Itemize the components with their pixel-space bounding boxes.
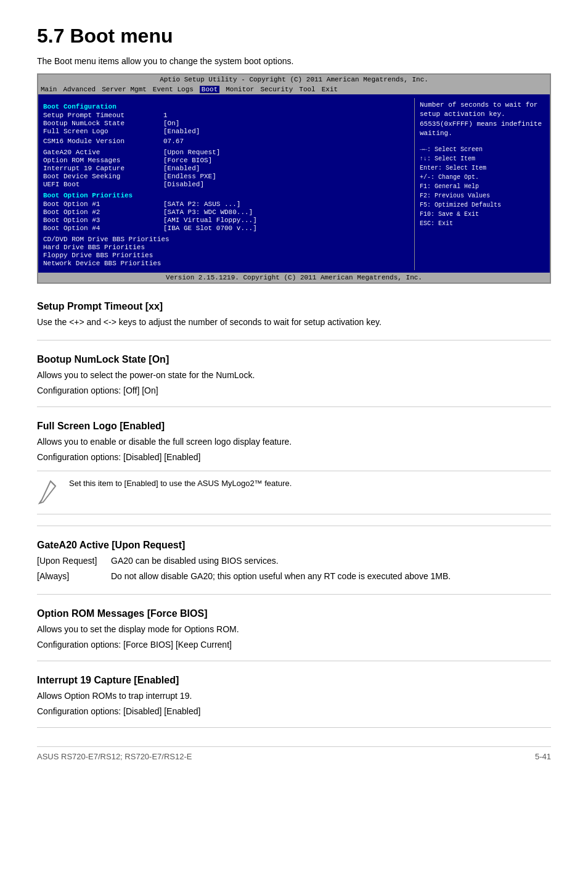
bios-label-rom-msg: Option ROM Messages	[43, 157, 163, 164]
bios-value-boot-opt4: [IBA GE Slot 0700 v...]	[163, 225, 257, 232]
bios-value-boot-opt1: [SATA P2: ASUS ...]	[163, 200, 240, 208]
heading-full-screen-logo: Full Screen Logo [Enabled]	[37, 421, 551, 432]
divider-1	[37, 340, 551, 340]
bios-label-interrupt19: Interrupt 19 Capture	[43, 165, 163, 172]
bios-menu-security[interactable]: Security	[260, 86, 293, 93]
bios-label-prompt-timeout: Setup Prompt Timeout	[43, 112, 163, 119]
bios-value-csm16: 07.67	[163, 138, 184, 145]
bios-value-gatea20: [Upon Request]	[163, 149, 220, 156]
bios-value-prompt-timeout: 1	[163, 112, 168, 119]
body-full-screen-logo: Allows you to enable or disable the full…	[37, 435, 551, 448]
body-option-rom: Allows you to set the display mode for O…	[37, 623, 551, 636]
options-bootup-numlock: Configuration options: [Off] [On]	[37, 386, 551, 395]
def-row-upon-request: [Upon Request] GA20 can be disabled usin…	[37, 555, 551, 567]
bios-value-numlock: [On]	[163, 120, 179, 127]
body-bootup-numlock: Allows you to select the power-on state …	[37, 369, 551, 382]
options-option-rom: Configuration options: [Force BIOS] [Kee…	[37, 640, 551, 650]
body-interrupt19: Allows Option ROMs to trap interrupt 19.	[37, 690, 551, 703]
bios-menu-bar: Main Advanced Server Mgmt Event Logs Boo…	[38, 85, 550, 94]
bios-row-numlock: Bootup NumLock State [On]	[43, 120, 409, 127]
note-pencil-icon	[37, 479, 60, 508]
heading-bootup-numlock: Bootup NumLock State [On]	[37, 354, 551, 365]
divider-2	[37, 406, 551, 407]
def-desc-always: Do not allow disable GA20; this option u…	[111, 570, 451, 583]
bios-key-esc: ESC: Exit	[420, 219, 545, 228]
bios-key-change-opt: +/-: Change Opt.	[420, 173, 545, 182]
divider-4	[37, 594, 551, 595]
bios-label-boot-opt4: Boot Option #4	[43, 225, 163, 232]
bios-bbs-floppy: Floppy Drive BBS Priorities	[43, 252, 409, 259]
bios-label-boot-device: Boot Device Seeking	[43, 173, 163, 180]
bios-help-text: Number of seconds to wait for setup acti…	[420, 101, 545, 139]
bios-bbs-network: Network Device BBS Priorities	[43, 260, 409, 267]
bios-rows2: GateA20 Active [Upon Request] Option ROM…	[43, 149, 409, 188]
def-row-always: [Always] Do not allow disable GA20; this…	[37, 570, 551, 583]
heading-option-rom: Option ROM Messages [Force BIOS]	[37, 608, 551, 619]
bios-row-boot-opt2: Boot Option #2 [SATA P3: WDC WD80...]	[43, 208, 409, 216]
note-text-mylogo: Set this item to [Enabled] to use the AS…	[69, 477, 292, 490]
bios-value-fullscreen: [Enabled]	[163, 128, 200, 135]
bios-label-uefi: UEFI Boot	[43, 181, 163, 188]
options-interrupt19: Configuration options: [Disabled] [Enabl…	[37, 706, 551, 716]
bios-row-rom-msg: Option ROM Messages [Force BIOS]	[43, 157, 409, 164]
body-setup-prompt-timeout: Use the <+> and <-> keys to adjust the n…	[37, 316, 551, 329]
bios-key-f5: F5: Optimized Defaults	[420, 200, 545, 210]
bios-value-boot-opt2: [SATA P3: WDC WD80...]	[163, 208, 253, 216]
bios-row-uefi: UEFI Boot [Disabled]	[43, 181, 409, 188]
bios-label-numlock: Bootup NumLock State	[43, 120, 163, 127]
divider-3	[37, 526, 551, 526]
bios-menu-event-logs[interactable]: Event Logs	[153, 86, 194, 93]
bios-row-boot-opt3: Boot Option #3 [AMI Virtual Floppy...]	[43, 217, 409, 224]
bios-menu-exit[interactable]: Exit	[322, 86, 338, 93]
bios-value-uefi: [Disabled]	[163, 181, 204, 188]
note-box-mylogo: Set this item to [Enabled] to use the AS…	[37, 471, 551, 514]
bios-label-csm16: CSM16 Module Version	[43, 138, 163, 145]
bios-menu-tool[interactable]: Tool	[299, 86, 315, 93]
bios-row-interrupt19: Interrupt 19 Capture [Enabled]	[43, 165, 409, 172]
bios-value-interrupt19: [Enabled]	[163, 165, 200, 172]
footer-right: 5-41	[535, 752, 551, 761]
heading-interrupt19: Interrupt 19 Capture [Enabled]	[37, 675, 551, 686]
bios-boot-configuration-header: Boot Configuration	[43, 103, 409, 110]
bios-value-rom-msg: [Force BIOS]	[163, 157, 212, 164]
page-footer: ASUS RS720-E7/RS12; RS720-E7/RS12-E 5-41	[37, 746, 551, 761]
bios-value-boot-device: [Endless PXE]	[163, 173, 216, 180]
bios-bbs-items: CD/DVD ROM Drive BBS Priorities Hard Dri…	[43, 236, 409, 267]
bios-row-gatea20: GateA20 Active [Upon Request]	[43, 149, 409, 156]
bios-row-prompt-timeout: Setup Prompt Timeout 1	[43, 112, 409, 119]
divider-footer	[37, 727, 551, 728]
bios-footer: Version 2.15.1219. Copyright (C) 2011 Am…	[38, 273, 550, 283]
heading-gatea20: GateA20 Active [Upon Request]	[37, 540, 551, 551]
options-full-screen-logo: Configuration options: [Disabled] [Enabl…	[37, 452, 551, 462]
bios-label-boot-opt1: Boot Option #1	[43, 200, 163, 208]
bios-menu-advanced[interactable]: Advanced	[63, 86, 96, 93]
bios-key-f1: F1: General Help	[420, 182, 545, 191]
bios-menu-server-mgmt[interactable]: Server Mgmt	[102, 86, 147, 93]
heading-setup-prompt-timeout: Setup Prompt Timeout [xx]	[37, 301, 551, 312]
def-term-always: [Always]	[37, 570, 111, 583]
def-desc-upon-request: GA20 can be disabled using BIOS services…	[111, 555, 279, 567]
bios-key-help: →←: Select Screen ↑↓: Select Item Enter:…	[420, 145, 545, 228]
bios-screen: Aptio Setup Utility - Copyright (C) 2011…	[37, 73, 551, 284]
divider-5	[37, 661, 551, 661]
bios-title-bar: Aptio Setup Utility - Copyright (C) 2011…	[38, 75, 550, 85]
bios-label-boot-opt2: Boot Option #2	[43, 208, 163, 216]
bios-key-enter: Enter: Select Item	[420, 163, 545, 173]
bios-row-boot-opt1: Boot Option #1 [SATA P2: ASUS ...]	[43, 200, 409, 208]
bios-right-panel: Number of seconds to wait for setup acti…	[414, 98, 550, 270]
bios-label-boot-opt3: Boot Option #3	[43, 217, 163, 224]
def-term-upon-request: [Upon Request]	[37, 555, 111, 567]
bios-left-panel: Boot Configuration Setup Prompt Timeout …	[38, 98, 414, 270]
bios-boot-priorities-header: Boot Option Priorities	[43, 192, 409, 199]
bios-menu-monitor[interactable]: Monitor	[226, 86, 254, 93]
bios-key-f2: F2: Previous Values	[420, 191, 545, 200]
page-title: 5.7 Boot menu	[37, 25, 551, 47]
bios-key-select-screen: →←: Select Screen	[420, 145, 545, 154]
bios-key-select-item: ↑↓: Select Item	[420, 154, 545, 163]
intro-text: The Boot menu items allow you to change …	[37, 56, 551, 66]
bios-bbs-cdvd: CD/DVD ROM Drive BBS Priorities	[43, 236, 409, 243]
bios-label-gatea20: GateA20 Active	[43, 149, 163, 156]
bios-menu-main[interactable]: Main	[41, 86, 57, 93]
bios-row-fullscreen: Full Screen Logo [Enabled]	[43, 128, 409, 135]
bios-menu-boot[interactable]: Boot	[200, 86, 219, 93]
